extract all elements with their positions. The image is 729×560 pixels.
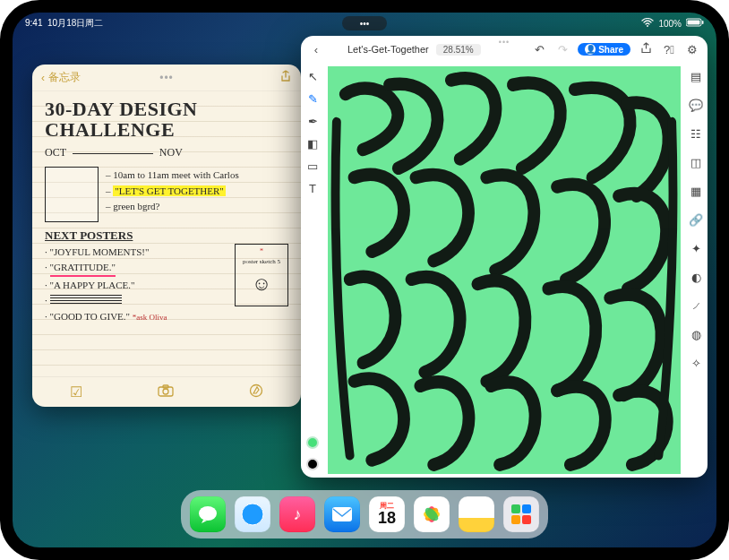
zoom-level[interactable]: 28.51% bbox=[436, 44, 481, 56]
camera-icon[interactable] bbox=[158, 384, 174, 401]
list-item: "GOOD TO GIVE." bbox=[50, 311, 131, 322]
ipad-frame: 9:41 10月18日周二 ••• 100% ‹ 备忘录 bbox=[0, 0, 729, 560]
bullet-item: green bgrd? bbox=[113, 201, 159, 211]
window-grabber-icon[interactable]: ••• bbox=[159, 72, 174, 84]
notes-window[interactable]: ‹ 备忘录 ••• 30-DAY DESIGN CHALLENGE OCT NO… bbox=[32, 65, 301, 407]
chevron-left-icon: ‹ bbox=[41, 72, 45, 84]
layers-icon[interactable]: ▤ bbox=[690, 70, 701, 90]
color-swatch-black[interactable] bbox=[306, 458, 319, 470]
help-icon[interactable]: ?⃝ bbox=[661, 43, 677, 56]
media-icon[interactable]: ▦ bbox=[690, 185, 701, 204]
eraser-tool-icon[interactable]: ◧ bbox=[307, 137, 318, 151]
bullet-item: 10am to 11am meet with Carlos bbox=[113, 169, 238, 180]
drawing-toolbar: ••• ‹ Let's-Get-Together 28.51% ↶ ↷ 👤 Sh… bbox=[301, 36, 708, 63]
ask-note: ask Oliva bbox=[136, 313, 167, 322]
app-notes[interactable] bbox=[459, 496, 494, 532]
status-bar: 9:41 10月18日周二 ••• 100% bbox=[13, 13, 716, 30]
sketch-thumbnail bbox=[45, 167, 99, 222]
person-icon: 👤 bbox=[585, 44, 596, 55]
list-item-scribble bbox=[50, 295, 122, 304]
text-tool-icon[interactable]: T bbox=[309, 182, 316, 195]
bullet-list: – 10am to 11am meet with Carlos – "LET'S… bbox=[106, 167, 288, 222]
poster-list: · "JOYFUL MOMENTS!" · "GRATITUDE." · "A … bbox=[45, 244, 226, 325]
notes-back-label: 备忘录 bbox=[48, 70, 81, 85]
drawing-main: ↖ ✎ ✒ ◧ ▭ T bbox=[301, 63, 708, 478]
mask-icon[interactable]: ◐ bbox=[691, 271, 701, 290]
document-title[interactable]: Let's-Get-Together bbox=[347, 44, 429, 55]
back-icon[interactable]: ‹ bbox=[308, 43, 324, 56]
month-to: NOV bbox=[159, 146, 183, 159]
app-calendar[interactable]: 周二 18 bbox=[369, 496, 405, 532]
cursor-tool-icon[interactable]: ↖ bbox=[308, 70, 318, 83]
rect-tool-icon[interactable]: ▭ bbox=[307, 159, 318, 173]
markup-icon[interactable] bbox=[249, 383, 263, 401]
fill-icon[interactable]: ◍ bbox=[691, 328, 701, 348]
settings-icon[interactable]: ⚙ bbox=[684, 43, 700, 56]
status-time: 9:41 bbox=[25, 18, 42, 28]
list-item: "JOYFUL MOMENTS!" bbox=[50, 246, 150, 257]
undo-icon[interactable]: ↶ bbox=[531, 43, 547, 56]
svg-rect-18 bbox=[511, 515, 520, 524]
drawing-app-window[interactable]: ••• ‹ Let's-Get-Together 28.51% ↶ ↷ 👤 Sh… bbox=[301, 36, 708, 478]
artwork bbox=[328, 66, 681, 474]
fx-icon[interactable]: ✦ bbox=[691, 242, 701, 262]
status-left: 9:41 10月18日周二 bbox=[25, 17, 103, 30]
share-icon[interactable] bbox=[279, 70, 292, 85]
export-icon[interactable] bbox=[638, 42, 654, 56]
app-mail[interactable] bbox=[324, 496, 360, 532]
right-toolbar: ▤ 💬 ☷ ◫ ▦ 🔗 ✦ ◐ ⟋ ◍ ✧ bbox=[684, 63, 708, 478]
path-icon[interactable]: ⟋ bbox=[690, 299, 702, 319]
battery-icon bbox=[686, 18, 704, 29]
svg-rect-19 bbox=[522, 515, 531, 524]
status-date: 10月18日周二 bbox=[47, 18, 103, 28]
comments-icon[interactable]: 💬 bbox=[689, 99, 703, 118]
share-label: Share bbox=[598, 45, 623, 55]
redo-icon[interactable]: ↷ bbox=[554, 43, 570, 56]
wifi-icon bbox=[641, 18, 654, 29]
window-grabber-icon[interactable]: ••• bbox=[499, 38, 510, 47]
battery-pct: 100% bbox=[658, 19, 682, 29]
dock: ♪ 周二 18 bbox=[181, 490, 548, 538]
svg-rect-16 bbox=[511, 504, 520, 513]
canvas[interactable] bbox=[328, 66, 681, 474]
svg-point-7 bbox=[251, 384, 262, 396]
app-photos[interactable] bbox=[414, 496, 450, 532]
svg-rect-3 bbox=[702, 21, 704, 24]
list-item-underlined: "GRATITUDE." bbox=[50, 261, 116, 277]
svg-rect-11 bbox=[332, 507, 352, 521]
poster-sketch: * poster sketch 5 ☺ bbox=[235, 244, 288, 306]
shapes-icon[interactable]: ◫ bbox=[690, 156, 701, 176]
svg-rect-17 bbox=[522, 504, 531, 513]
stage-manager-pill[interactable]: ••• bbox=[342, 16, 387, 30]
note-months: OCT NOV bbox=[45, 145, 288, 160]
adjust-icon[interactable]: ☷ bbox=[690, 127, 701, 147]
svg-point-5 bbox=[163, 389, 168, 394]
svg-point-8 bbox=[199, 506, 217, 521]
app-music[interactable]: ♪ bbox=[279, 496, 315, 532]
app-safari[interactable] bbox=[235, 496, 270, 532]
notes-toolbar: ‹ 备忘录 ••• bbox=[32, 65, 301, 91]
link-icon[interactable]: 🔗 bbox=[689, 213, 703, 233]
bullet-item-highlighted: "LET'S GET TOGETHER" bbox=[113, 185, 226, 196]
status-right: 100% bbox=[641, 18, 704, 29]
pen-tool-icon[interactable]: ✒ bbox=[308, 115, 318, 128]
share-button[interactable]: 👤 Share bbox=[578, 43, 630, 56]
screen: 9:41 10月18日周二 ••• 100% ‹ 备忘录 bbox=[13, 13, 716, 547]
calendar-daynum: 18 bbox=[378, 510, 396, 526]
notes-bottom-toolbar: ☑ bbox=[32, 376, 301, 407]
app-freeform[interactable] bbox=[503, 496, 539, 532]
notes-back-button[interactable]: ‹ 备忘录 bbox=[41, 70, 81, 85]
wand-icon[interactable]: ✧ bbox=[691, 357, 701, 376]
pencil-tool-icon[interactable]: ✎ bbox=[308, 92, 318, 106]
svg-point-0 bbox=[647, 25, 648, 27]
poster-sketch-label: poster sketch 5 bbox=[236, 257, 287, 266]
svg-rect-2 bbox=[688, 21, 700, 25]
left-toolbar: ↖ ✎ ✒ ◧ ▭ T bbox=[301, 63, 324, 478]
color-swatch-green[interactable] bbox=[306, 436, 319, 449]
month-from: OCT bbox=[45, 146, 66, 159]
notes-content[interactable]: 30-DAY DESIGN CHALLENGE OCT NOV – 10am t… bbox=[32, 91, 301, 376]
list-item: "A HAPPY PLACE." bbox=[50, 280, 135, 290]
note-title: 30-DAY DESIGN CHALLENGE bbox=[45, 99, 288, 140]
app-messages[interactable] bbox=[190, 496, 226, 532]
checklist-icon[interactable]: ☑ bbox=[70, 383, 82, 401]
